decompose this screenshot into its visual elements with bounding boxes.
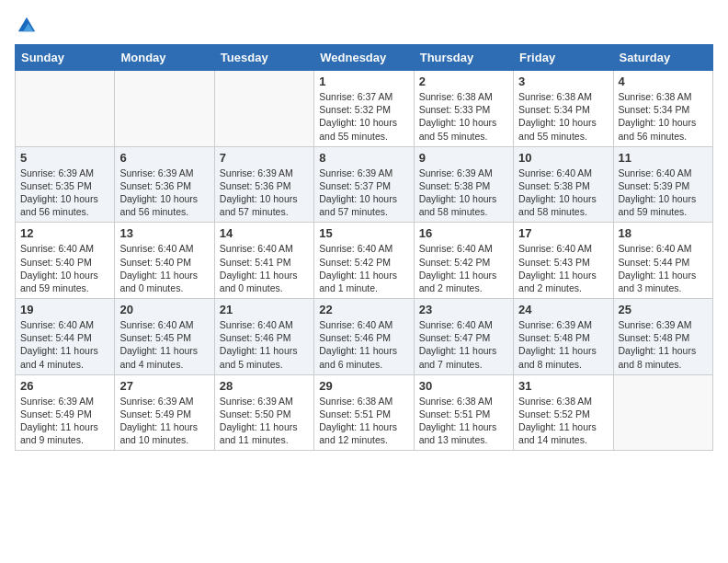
day-info: Sunrise: 6:39 AM Sunset: 5:37 PM Dayligh… [319, 167, 408, 219]
day-info: Sunrise: 6:40 AM Sunset: 5:40 PM Dayligh… [20, 242, 109, 294]
day-info: Sunrise: 6:38 AM Sunset: 5:34 PM Dayligh… [518, 90, 608, 143]
day-number: 21 [220, 303, 309, 316]
calendar-cell: 7Sunrise: 6:39 AM Sunset: 5:36 PM Daylig… [214, 146, 313, 223]
day-number: 2 [419, 75, 508, 88]
day-number: 1 [319, 75, 408, 88]
day-number: 13 [119, 226, 209, 240]
day-number: 26 [20, 379, 109, 393]
calendar-cell: 3Sunrise: 6:38 AM Sunset: 5:34 PM Daylig… [514, 71, 613, 147]
day-number: 15 [319, 226, 408, 240]
day-info: Sunrise: 6:39 AM Sunset: 5:38 PM Dayligh… [419, 167, 508, 219]
calendar-header-friday: Friday [514, 45, 613, 71]
calendar-cell: 12Sunrise: 6:40 AM Sunset: 5:40 PM Dayli… [16, 223, 115, 299]
calendar-cell [613, 374, 712, 451]
calendar-cell: 26Sunrise: 6:39 AM Sunset: 5:49 PM Dayli… [16, 374, 115, 451]
calendar-header-saturday: Saturday [613, 45, 712, 71]
calendar-header-sunday: Sunday [16, 45, 115, 71]
calendar-cell: 13Sunrise: 6:40 AM Sunset: 5:40 PM Dayli… [115, 223, 214, 299]
calendar-cell: 21Sunrise: 6:40 AM Sunset: 5:46 PM Dayli… [214, 299, 313, 375]
calendar-cell: 18Sunrise: 6:40 AM Sunset: 5:44 PM Dayli… [613, 223, 712, 299]
day-info: Sunrise: 6:40 AM Sunset: 5:44 PM Dayligh… [20, 318, 109, 371]
day-number: 22 [319, 303, 408, 316]
day-info: Sunrise: 6:39 AM Sunset: 5:49 PM Dayligh… [20, 395, 109, 447]
calendar-cell: 25Sunrise: 6:39 AM Sunset: 5:48 PM Dayli… [613, 299, 712, 375]
day-info: Sunrise: 6:40 AM Sunset: 5:42 PM Dayligh… [319, 242, 408, 294]
calendar-cell: 17Sunrise: 6:40 AM Sunset: 5:43 PM Dayli… [514, 223, 613, 299]
day-number: 28 [220, 379, 309, 393]
day-info: Sunrise: 6:39 AM Sunset: 5:50 PM Dayligh… [220, 395, 309, 447]
day-info: Sunrise: 6:39 AM Sunset: 5:35 PM Dayligh… [20, 167, 109, 219]
day-info: Sunrise: 6:40 AM Sunset: 5:44 PM Dayligh… [619, 242, 708, 294]
day-info: Sunrise: 6:37 AM Sunset: 5:32 PM Dayligh… [319, 90, 408, 143]
day-info: Sunrise: 6:39 AM Sunset: 5:48 PM Dayligh… [518, 318, 608, 371]
day-info: Sunrise: 6:40 AM Sunset: 5:38 PM Dayligh… [518, 167, 608, 219]
calendar-cell: 8Sunrise: 6:39 AM Sunset: 5:37 PM Daylig… [314, 146, 414, 223]
calendar-cell: 10Sunrise: 6:40 AM Sunset: 5:38 PM Dayli… [514, 146, 613, 223]
day-number: 29 [319, 379, 408, 393]
day-info: Sunrise: 6:38 AM Sunset: 5:33 PM Dayligh… [419, 90, 508, 143]
day-info: Sunrise: 6:40 AM Sunset: 5:42 PM Dayligh… [419, 242, 508, 294]
day-number: 27 [119, 379, 209, 393]
day-info: Sunrise: 6:39 AM Sunset: 5:36 PM Dayligh… [220, 167, 309, 219]
day-info: Sunrise: 6:38 AM Sunset: 5:34 PM Dayligh… [619, 90, 708, 143]
day-number: 9 [419, 151, 508, 165]
day-number: 12 [20, 226, 109, 240]
day-number: 6 [119, 151, 209, 165]
calendar-cell: 28Sunrise: 6:39 AM Sunset: 5:50 PM Dayli… [214, 374, 313, 451]
day-number: 7 [220, 151, 309, 165]
day-info: Sunrise: 6:38 AM Sunset: 5:52 PM Dayligh… [518, 395, 608, 447]
logo [15, 15, 37, 35]
calendar-cell: 22Sunrise: 6:40 AM Sunset: 5:46 PM Dayli… [314, 299, 414, 375]
calendar-cell [214, 71, 313, 147]
calendar-cell: 1Sunrise: 6:37 AM Sunset: 5:32 PM Daylig… [314, 71, 414, 147]
day-number: 24 [518, 303, 608, 316]
calendar-cell [115, 71, 214, 147]
calendar-week-row: 5Sunrise: 6:39 AM Sunset: 5:35 PM Daylig… [16, 146, 713, 223]
calendar-cell: 19Sunrise: 6:40 AM Sunset: 5:44 PM Dayli… [16, 299, 115, 375]
day-number: 30 [419, 379, 508, 393]
day-number: 10 [518, 151, 608, 165]
page-header [15, 15, 713, 35]
calendar-header-monday: Monday [115, 45, 214, 71]
day-number: 31 [518, 379, 608, 393]
day-number: 5 [20, 151, 109, 165]
day-number: 19 [20, 303, 109, 316]
day-number: 18 [619, 226, 708, 240]
calendar-header-row: SundayMondayTuesdayWednesdayThursdayFrid… [16, 45, 713, 71]
calendar-table: SundayMondayTuesdayWednesdayThursdayFrid… [15, 44, 713, 451]
day-info: Sunrise: 6:40 AM Sunset: 5:45 PM Dayligh… [119, 318, 209, 371]
calendar-cell: 11Sunrise: 6:40 AM Sunset: 5:39 PM Dayli… [613, 146, 712, 223]
day-info: Sunrise: 6:39 AM Sunset: 5:36 PM Dayligh… [119, 167, 209, 219]
calendar-cell: 5Sunrise: 6:39 AM Sunset: 5:35 PM Daylig… [16, 146, 115, 223]
calendar-header-tuesday: Tuesday [214, 45, 313, 71]
day-info: Sunrise: 6:39 AM Sunset: 5:49 PM Dayligh… [119, 395, 209, 447]
day-number: 3 [518, 75, 608, 88]
calendar-cell: 6Sunrise: 6:39 AM Sunset: 5:36 PM Daylig… [115, 146, 214, 223]
day-number: 4 [619, 75, 708, 88]
calendar-cell: 4Sunrise: 6:38 AM Sunset: 5:34 PM Daylig… [613, 71, 712, 147]
calendar-header-thursday: Thursday [414, 45, 513, 71]
calendar-cell: 29Sunrise: 6:38 AM Sunset: 5:51 PM Dayli… [314, 374, 414, 451]
logo-icon [17, 15, 37, 35]
day-info: Sunrise: 6:40 AM Sunset: 5:46 PM Dayligh… [319, 318, 408, 371]
calendar-cell: 27Sunrise: 6:39 AM Sunset: 5:49 PM Dayli… [115, 374, 214, 451]
calendar-cell: 16Sunrise: 6:40 AM Sunset: 5:42 PM Dayli… [414, 223, 513, 299]
calendar-cell: 2Sunrise: 6:38 AM Sunset: 5:33 PM Daylig… [414, 71, 513, 147]
day-info: Sunrise: 6:38 AM Sunset: 5:51 PM Dayligh… [419, 395, 508, 447]
calendar-header-wednesday: Wednesday [314, 45, 414, 71]
calendar-cell: 9Sunrise: 6:39 AM Sunset: 5:38 PM Daylig… [414, 146, 513, 223]
calendar-cell: 30Sunrise: 6:38 AM Sunset: 5:51 PM Dayli… [414, 374, 513, 451]
calendar-cell: 24Sunrise: 6:39 AM Sunset: 5:48 PM Dayli… [514, 299, 613, 375]
calendar-week-row: 19Sunrise: 6:40 AM Sunset: 5:44 PM Dayli… [16, 299, 713, 375]
calendar-cell: 20Sunrise: 6:40 AM Sunset: 5:45 PM Dayli… [115, 299, 214, 375]
calendar-cell: 23Sunrise: 6:40 AM Sunset: 5:47 PM Dayli… [414, 299, 513, 375]
day-number: 23 [419, 303, 508, 316]
day-info: Sunrise: 6:40 AM Sunset: 5:46 PM Dayligh… [220, 318, 309, 371]
day-number: 16 [419, 226, 508, 240]
day-info: Sunrise: 6:39 AM Sunset: 5:48 PM Dayligh… [619, 318, 708, 371]
calendar-week-row: 26Sunrise: 6:39 AM Sunset: 5:49 PM Dayli… [16, 374, 713, 451]
day-info: Sunrise: 6:40 AM Sunset: 5:43 PM Dayligh… [518, 242, 608, 294]
calendar-cell: 31Sunrise: 6:38 AM Sunset: 5:52 PM Dayli… [514, 374, 613, 451]
day-info: Sunrise: 6:40 AM Sunset: 5:39 PM Dayligh… [619, 167, 708, 219]
day-number: 25 [619, 303, 708, 316]
